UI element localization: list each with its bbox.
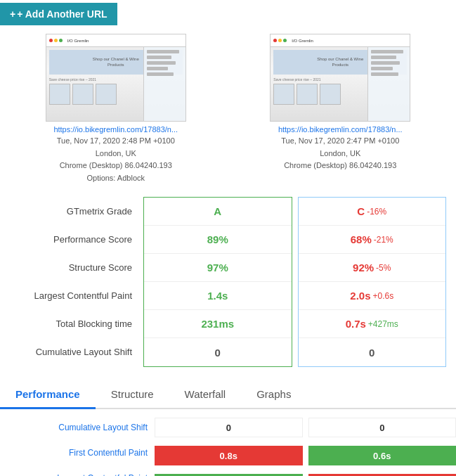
screenshot-col-1: I/O Gremlin Shop our Chanel & WineProduc… xyxy=(7,34,225,184)
metric-label-structure: Structure Score xyxy=(7,253,141,281)
perf-col-1: 0 0.8s 1.4s 0.9s xyxy=(155,415,303,476)
metrics-labels: GTmetrix Grade Performance Score Structu… xyxy=(7,197,141,367)
metric-cell-1-grade: A xyxy=(144,198,292,226)
tab-waterfall[interactable]: Waterfall xyxy=(169,381,242,409)
metrics-col-2: C-16% 68%-21% 92%-5% 2.0s+0.6s 0.7s+427m… xyxy=(298,197,447,367)
metrics-section: GTmetrix Grade Performance Score Structu… xyxy=(0,197,456,367)
metric-cell-2-perf: 68%-21% xyxy=(299,226,446,254)
plus-icon: + xyxy=(10,8,15,20)
perf-col-2: 0 0.6s 2.0s 1.0s xyxy=(308,415,457,476)
perf-labels: Cumulative Layout Shift First Contentful… xyxy=(0,415,155,476)
perf-bar-1-fcp: 0.8s xyxy=(155,446,303,465)
screenshot-url-2[interactable]: https://io.bikegremlin.com/17883/n... xyxy=(278,125,403,134)
metric-cell-2-tbt: 0.7s+427ms xyxy=(299,310,446,338)
metric-label-lcp: Largest Contentful Paint xyxy=(7,281,141,309)
metric-cell-1-tbt: 231ms xyxy=(144,310,292,338)
metric-cell-2-grade: C-16% xyxy=(299,198,446,226)
perf-bar-2-cls: 0 xyxy=(308,418,457,437)
perf-label-lcp: Largest Contentful Paint xyxy=(0,465,155,476)
metric-label-tbt: Total Blocking time xyxy=(7,309,141,337)
tabs-row: Performance Structure Waterfall Graphs xyxy=(0,381,456,409)
screenshot-image-1: I/O Gremlin Shop our Chanel & WineProduc… xyxy=(46,34,186,122)
metric-cell-1-cls: 0 xyxy=(144,338,292,366)
tab-structure[interactable]: Structure xyxy=(96,381,169,409)
tab-graphs[interactable]: Graphs xyxy=(241,381,306,409)
perf-bar-2-fcp: 0.6s xyxy=(308,446,457,465)
add-url-button[interactable]: + + Add Another URL xyxy=(0,3,117,25)
screenshots-row: I/O Gremlin Shop our Chanel & WineProduc… xyxy=(0,28,456,190)
screenshot-info-2: Tue, Nov 17, 2020 2:47 PM +0100 London, … xyxy=(281,135,399,172)
screenshot-url-1[interactable]: https://io.bikegremlin.com/17883/n... xyxy=(53,125,178,134)
screenshot-image-2: I/O Gremlin Shop our Chanel & WineProduc… xyxy=(270,34,410,122)
performance-section: Cumulative Layout Shift First Contentful… xyxy=(0,409,456,476)
add-url-label: + Add Another URL xyxy=(17,8,107,20)
metric-cell-1-struct: 97% xyxy=(144,254,292,282)
perf-label-cls: Cumulative Layout Shift xyxy=(0,415,155,440)
metric-cell-1-perf: 89% xyxy=(144,226,292,254)
screenshot-info-1: Tue, Nov 17, 2020 2:48 PM +0100 London, … xyxy=(57,135,175,184)
perf-bar-1-cls: 0 xyxy=(155,418,303,437)
metric-label-cls: Cumulative Layout Shift xyxy=(7,337,141,366)
perf-columns: 0 0.8s 1.4s 0.9s 0 0.6s 2.0s 1.0s xyxy=(155,415,456,476)
metric-cell-2-lcp: 2.0s+0.6s xyxy=(299,282,446,310)
metric-label-performance: Performance Score xyxy=(7,225,141,253)
metrics-col-1: A 89% 97% 1.4s 231ms 0 xyxy=(143,197,292,367)
metric-label-gtmetrix: GTmetrix Grade xyxy=(7,197,141,225)
screenshot-col-2: I/O Gremlin Shop our Chanel & WineProduc… xyxy=(232,34,450,184)
tab-performance[interactable]: Performance xyxy=(0,381,96,409)
metric-cell-2-cls: 0 xyxy=(299,338,446,366)
metric-cell-2-struct: 92%-5% xyxy=(299,254,446,282)
perf-label-fcp: First Contentful Paint xyxy=(0,440,155,465)
metric-cell-1-lcp: 1.4s xyxy=(144,282,292,310)
